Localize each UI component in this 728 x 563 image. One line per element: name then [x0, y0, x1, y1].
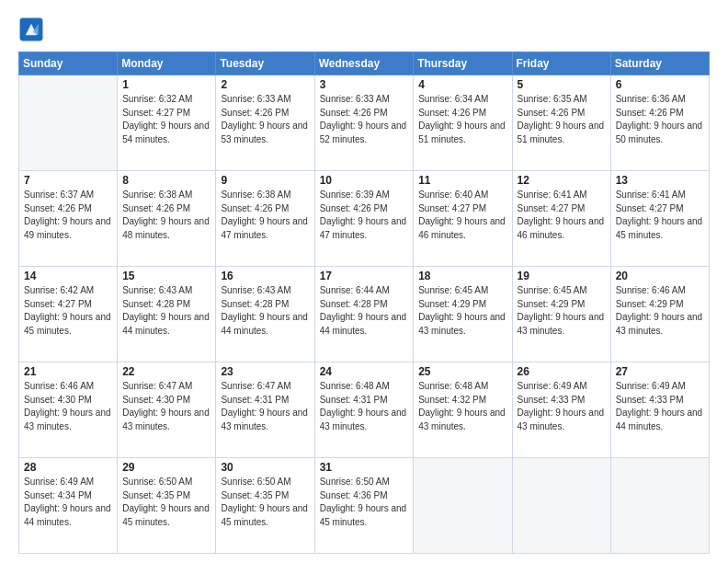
day-number: 27 [616, 365, 704, 378]
calendar-body: 1Sunrise: 6:32 AMSunset: 4:27 PMDaylight… [19, 75, 710, 554]
day-number: 5 [518, 78, 606, 91]
calendar-day-cell: 2Sunrise: 6:33 AMSunset: 4:26 PMDaylight… [216, 75, 314, 171]
calendar-day-cell: 19Sunrise: 6:45 AMSunset: 4:29 PMDayligh… [512, 267, 610, 362]
day-info: Sunrise: 6:42 AMSunset: 4:27 PMDaylight:… [24, 284, 112, 338]
day-info: Sunrise: 6:34 AMSunset: 4:26 PMDaylight:… [418, 93, 506, 146]
day-number: 4 [418, 78, 506, 91]
calendar-day-cell [414, 458, 512, 554]
weekday-header: Monday [118, 52, 216, 75]
calendar-day-cell: 23Sunrise: 6:47 AMSunset: 4:31 PMDayligh… [216, 362, 314, 458]
calendar-day-cell: 22Sunrise: 6:47 AMSunset: 4:30 PMDayligh… [118, 362, 216, 458]
calendar-day-cell: 15Sunrise: 6:43 AMSunset: 4:28 PMDayligh… [118, 267, 216, 362]
calendar-table: SundayMondayTuesdayWednesdayThursdayFrid… [18, 52, 710, 554]
day-info: Sunrise: 6:50 AMSunset: 4:36 PMDaylight:… [320, 476, 409, 529]
day-info: Sunrise: 6:49 AMSunset: 4:34 PMDaylight:… [24, 476, 112, 529]
day-info: Sunrise: 6:45 AMSunset: 4:29 PMDaylight:… [418, 284, 506, 338]
weekday-header: Sunday [19, 52, 118, 75]
day-number: 16 [221, 270, 309, 282]
day-number: 25 [418, 365, 506, 378]
calendar-week-row: 21Sunrise: 6:46 AMSunset: 4:30 PMDayligh… [19, 362, 710, 458]
calendar-day-cell: 28Sunrise: 6:49 AMSunset: 4:34 PMDayligh… [19, 458, 118, 554]
day-info: Sunrise: 6:46 AMSunset: 4:30 PMDaylight:… [24, 380, 112, 433]
calendar-day-cell: 25Sunrise: 6:48 AMSunset: 4:32 PMDayligh… [414, 362, 512, 458]
day-number: 31 [320, 461, 409, 474]
calendar-day-cell: 3Sunrise: 6:33 AMSunset: 4:26 PMDaylight… [314, 75, 414, 171]
day-number: 1 [122, 78, 210, 91]
day-info: Sunrise: 6:45 AMSunset: 4:29 PMDaylight:… [518, 284, 606, 338]
day-info: Sunrise: 6:47 AMSunset: 4:30 PMDaylight:… [122, 380, 210, 433]
day-number: 14 [24, 270, 112, 282]
calendar-day-cell: 16Sunrise: 6:43 AMSunset: 4:28 PMDayligh… [216, 267, 314, 362]
calendar-day-cell: 7Sunrise: 6:37 AMSunset: 4:26 PMDaylight… [19, 171, 118, 267]
calendar-day-cell: 21Sunrise: 6:46 AMSunset: 4:30 PMDayligh… [19, 362, 118, 458]
weekday-header: Tuesday [216, 52, 314, 75]
calendar-day-cell: 8Sunrise: 6:38 AMSunset: 4:26 PMDaylight… [118, 171, 216, 267]
calendar-week-row: 14Sunrise: 6:42 AMSunset: 4:27 PMDayligh… [19, 267, 710, 362]
calendar-day-cell: 6Sunrise: 6:36 AMSunset: 4:26 PMDaylight… [610, 75, 709, 171]
calendar-day-cell: 10Sunrise: 6:39 AMSunset: 4:26 PMDayligh… [314, 171, 414, 267]
calendar-day-cell: 9Sunrise: 6:38 AMSunset: 4:26 PMDaylight… [216, 171, 314, 267]
logo [18, 17, 46, 42]
day-info: Sunrise: 6:49 AMSunset: 4:33 PMDaylight:… [616, 380, 704, 433]
calendar-week-row: 7Sunrise: 6:37 AMSunset: 4:26 PMDaylight… [19, 171, 710, 267]
weekday-header: Wednesday [314, 52, 414, 75]
day-number: 9 [221, 174, 309, 187]
calendar-day-cell: 12Sunrise: 6:41 AMSunset: 4:27 PMDayligh… [512, 171, 610, 267]
day-number: 21 [24, 365, 112, 378]
day-info: Sunrise: 6:37 AMSunset: 4:26 PMDaylight:… [24, 189, 112, 242]
day-info: Sunrise: 6:41 AMSunset: 4:27 PMDaylight:… [518, 189, 606, 242]
day-info: Sunrise: 6:43 AMSunset: 4:28 PMDaylight:… [221, 284, 309, 338]
day-number: 3 [320, 78, 409, 91]
header [18, 17, 710, 42]
day-info: Sunrise: 6:47 AMSunset: 4:31 PMDaylight:… [221, 380, 309, 433]
calendar-day-cell: 13Sunrise: 6:41 AMSunset: 4:27 PMDayligh… [610, 171, 709, 267]
weekday-row: SundayMondayTuesdayWednesdayThursdayFrid… [19, 52, 710, 75]
day-number: 20 [616, 270, 704, 282]
calendar-day-cell: 1Sunrise: 6:32 AMSunset: 4:27 PMDaylight… [118, 75, 216, 171]
calendar-day-cell: 20Sunrise: 6:46 AMSunset: 4:29 PMDayligh… [610, 267, 709, 362]
calendar-day-cell [512, 458, 610, 554]
day-info: Sunrise: 6:48 AMSunset: 4:32 PMDaylight:… [418, 380, 506, 433]
calendar-week-row: 28Sunrise: 6:49 AMSunset: 4:34 PMDayligh… [19, 458, 710, 554]
day-number: 23 [221, 365, 309, 378]
day-info: Sunrise: 6:38 AMSunset: 4:26 PMDaylight:… [221, 189, 309, 242]
calendar-day-cell: 18Sunrise: 6:45 AMSunset: 4:29 PMDayligh… [414, 267, 512, 362]
day-number: 11 [418, 174, 506, 187]
page: SundayMondayTuesdayWednesdayThursdayFrid… [0, 0, 728, 563]
day-number: 7 [24, 174, 112, 187]
day-number: 28 [24, 461, 112, 474]
day-number: 30 [221, 461, 309, 474]
day-number: 10 [320, 174, 409, 187]
day-info: Sunrise: 6:39 AMSunset: 4:26 PMDaylight:… [320, 189, 409, 242]
day-number: 29 [122, 461, 210, 474]
day-number: 12 [518, 174, 606, 187]
day-info: Sunrise: 6:46 AMSunset: 4:29 PMDaylight:… [616, 284, 704, 338]
day-info: Sunrise: 6:33 AMSunset: 4:26 PMDaylight:… [320, 93, 409, 146]
day-info: Sunrise: 6:35 AMSunset: 4:26 PMDaylight:… [518, 93, 606, 146]
calendar-week-row: 1Sunrise: 6:32 AMSunset: 4:27 PMDaylight… [19, 75, 710, 171]
weekday-header: Thursday [414, 52, 512, 75]
calendar-day-cell: 11Sunrise: 6:40 AMSunset: 4:27 PMDayligh… [414, 171, 512, 267]
day-info: Sunrise: 6:41 AMSunset: 4:27 PMDaylight:… [616, 189, 704, 242]
calendar-header: SundayMondayTuesdayWednesdayThursdayFrid… [19, 52, 710, 75]
day-number: 17 [320, 270, 409, 282]
calendar-day-cell: 27Sunrise: 6:49 AMSunset: 4:33 PMDayligh… [610, 362, 709, 458]
calendar-day-cell: 29Sunrise: 6:50 AMSunset: 4:35 PMDayligh… [118, 458, 216, 554]
day-info: Sunrise: 6:33 AMSunset: 4:26 PMDaylight:… [221, 93, 309, 146]
calendar-day-cell: 24Sunrise: 6:48 AMSunset: 4:31 PMDayligh… [314, 362, 414, 458]
weekday-header: Friday [512, 52, 610, 75]
calendar-day-cell: 17Sunrise: 6:44 AMSunset: 4:28 PMDayligh… [314, 267, 414, 362]
day-number: 24 [320, 365, 409, 378]
day-number: 22 [122, 365, 210, 378]
day-info: Sunrise: 6:48 AMSunset: 4:31 PMDaylight:… [320, 380, 409, 433]
calendar-day-cell [610, 458, 709, 554]
day-info: Sunrise: 6:44 AMSunset: 4:28 PMDaylight:… [320, 284, 409, 338]
day-number: 19 [518, 270, 606, 282]
calendar-day-cell [19, 75, 118, 171]
day-info: Sunrise: 6:38 AMSunset: 4:26 PMDaylight:… [122, 189, 210, 242]
day-number: 18 [418, 270, 506, 282]
calendar-day-cell: 26Sunrise: 6:49 AMSunset: 4:33 PMDayligh… [512, 362, 610, 458]
calendar-day-cell: 14Sunrise: 6:42 AMSunset: 4:27 PMDayligh… [19, 267, 118, 362]
calendar-day-cell: 30Sunrise: 6:50 AMSunset: 4:35 PMDayligh… [216, 458, 314, 554]
weekday-header: Saturday [610, 52, 709, 75]
